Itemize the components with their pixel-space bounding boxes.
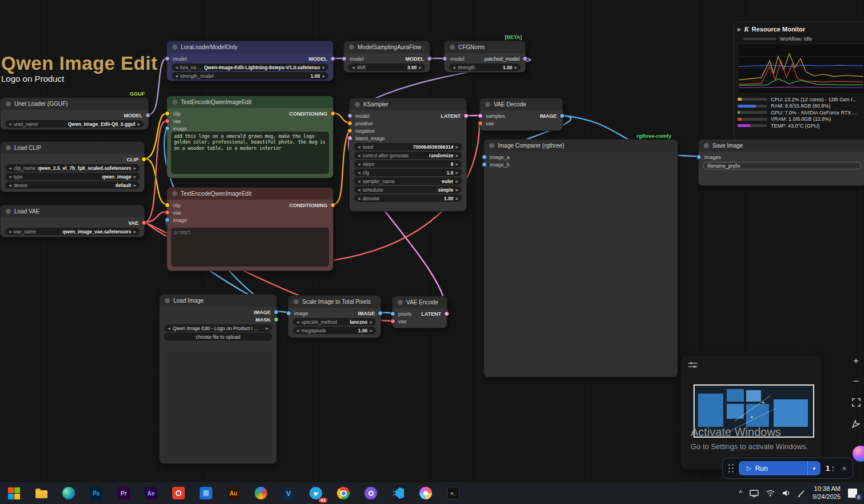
run-control-bar[interactable]: ▷Run ▾ 1 ▲▼ ×	[722, 458, 853, 479]
collapse-dot[interactable]	[398, 300, 403, 305]
output-port-conditioning[interactable]	[330, 111, 335, 116]
input-port-image-a[interactable]	[482, 154, 487, 160]
prev-arrow[interactable]: ◀	[358, 162, 360, 166]
node-text-encode-positive[interactable]: TextEncodeQwenImageEdit clipCONDITIONING…	[167, 96, 334, 178]
input-port-pixels[interactable]	[390, 311, 395, 316]
node-header[interactable]: Load VAE	[1, 205, 144, 217]
hidden-icons-chevron[interactable]: ^	[739, 489, 742, 497]
output-port-conditioning[interactable]	[330, 203, 335, 208]
input-port-clip[interactable]	[165, 203, 170, 208]
input-port-image-b[interactable]	[482, 162, 487, 167]
node-cfg-norm[interactable]: [BETA] CFGNorm modelpatched_model ◀stren…	[444, 41, 526, 73]
input-port-positive[interactable]	[347, 121, 352, 126]
decrement-icon[interactable]: ▼	[831, 469, 834, 472]
select-tool-button[interactable]	[848, 416, 864, 432]
theme-sphere-icon[interactable]	[853, 446, 864, 462]
next-arrow[interactable]: ▶	[133, 166, 136, 170]
input-port-latent-image[interactable]	[347, 136, 352, 141]
output-port-image[interactable]	[560, 113, 565, 118]
node-header[interactable]: ModelSamplingAuraFlow	[344, 41, 430, 53]
widget-seed[interactable]: ◀seed700064939396314▶	[354, 143, 462, 150]
next-arrow[interactable]: ▶	[514, 65, 517, 69]
next-arrow[interactable]: ▶	[455, 196, 458, 200]
input-port-model[interactable]	[165, 56, 170, 61]
node-image-comparer[interactable]: rgthree-comfy Image Comparer (rgthree) i…	[483, 139, 678, 378]
prev-arrow[interactable]: ◀	[358, 145, 360, 149]
telegram-icon[interactable]: 43	[302, 482, 330, 504]
input-port-vae[interactable]	[390, 319, 395, 324]
windows-taskbar[interactable]: Ps Pr Ae Au V 43 >_ ^ 10:38 AM 9/24/2025…	[0, 482, 864, 504]
input-port-samples[interactable]	[478, 113, 483, 118]
purple-app-icon[interactable]	[357, 482, 385, 504]
vscode-icon[interactable]	[385, 482, 412, 504]
widget-strength[interactable]: ◀strength1.00▶	[449, 64, 521, 71]
prev-arrow[interactable]: ◀	[358, 179, 360, 183]
widget-upscale-method[interactable]: ◀upscale_methodlanczos▶	[293, 318, 376, 326]
output-port-image[interactable]	[274, 309, 279, 315]
prev-arrow[interactable]: ◀	[9, 166, 11, 170]
start-button[interactable]	[0, 482, 27, 504]
widget-lora-name[interactable]: ◀lora_na ...Qwen-Image-Edit-Lightning-8s…	[172, 64, 328, 71]
node-vae-decode[interactable]: VAE Decode samplesIMAGE vae	[479, 98, 563, 131]
widget-clip-name[interactable]: ◀clip_nameqwen_2.5_vl_7b_fp8_scaled.safe…	[5, 164, 140, 172]
input-port-negative[interactable]	[347, 128, 352, 133]
node-vae-encode[interactable]: VAE Encode pixelsLATENT vae	[392, 296, 447, 328]
batch-count-stepper[interactable]: 1 ▲▼	[826, 464, 834, 473]
zoom-out-button[interactable]: −	[848, 374, 864, 390]
node-header[interactable]: Load Image	[160, 295, 276, 307]
node-unet-loader[interactable]: GGUF Unet Loader (GGUF) MODEL ◀unet_name…	[0, 97, 149, 130]
next-arrow[interactable]: ▶	[133, 183, 136, 187]
node-header[interactable]: LoraLoaderModelOnly	[167, 41, 333, 53]
output-port-model[interactable]	[427, 56, 432, 61]
input-port-vae[interactable]	[165, 210, 170, 215]
collapse-dot[interactable]	[165, 298, 170, 303]
collapse-dot[interactable]	[355, 102, 360, 107]
paint-app-icon[interactable]	[412, 482, 439, 504]
node-header[interactable]: CFGNorm	[445, 41, 525, 53]
output-port-latent[interactable]	[463, 113, 469, 118]
after-effects-icon[interactable]: Ae	[137, 482, 165, 504]
collapse-dot[interactable]	[6, 209, 11, 214]
input-port-vae[interactable]	[165, 118, 170, 124]
node-model-sampling[interactable]: ModelSamplingAuraFlow modelMODEL ◀shift3…	[343, 41, 430, 73]
prev-arrow[interactable]: ◀	[358, 188, 360, 192]
input-port-vae[interactable]	[478, 121, 483, 126]
prev-arrow[interactable]: ◀	[175, 65, 178, 69]
next-arrow[interactable]: ▶	[455, 188, 458, 192]
node-text-encode-negative[interactable]: TextEncodeQwenImageEdit clipCONDITIONING…	[167, 187, 334, 271]
input-port-model[interactable]	[347, 113, 352, 118]
widget-sampler-name[interactable]: ◀sampler_nameeuler▶	[354, 177, 462, 185]
next-arrow[interactable]: ▶	[322, 74, 325, 78]
next-arrow[interactable]: ▶	[322, 65, 325, 69]
preview-panel[interactable]	[681, 355, 822, 470]
widget-filename-prefix[interactable]: filename_prefix	[703, 162, 861, 169]
choose-file-button[interactable]: choose file to upload	[164, 333, 272, 340]
output-port-model[interactable]	[145, 113, 150, 118]
collapse-dot[interactable]	[489, 143, 494, 148]
output-port-patched-model[interactable]	[522, 56, 528, 61]
photoshop-icon[interactable]: Ps	[82, 482, 110, 504]
widget-image-combo[interactable]: ◀Qwen Image Edit - Logo on Product I ...…	[164, 324, 272, 332]
input-port-clip[interactable]	[165, 111, 170, 116]
output-port-clip[interactable]	[141, 157, 146, 162]
prev-arrow[interactable]: ◀	[9, 122, 11, 126]
prev-arrow[interactable]: ◀	[352, 65, 355, 69]
widget-type[interactable]: ◀typeqwen_image▶	[5, 173, 140, 180]
collapse-dot[interactable]	[172, 191, 177, 196]
node-ksampler[interactable]: KSampler modelLATENT positive negative l…	[349, 98, 467, 212]
resource-monitor-panel[interactable]: ▶ K Resource Monitor Workflow: Idle CPU:…	[734, 22, 864, 140]
widget-control-after-generate[interactable]: ◀control after generaterandomize▶	[354, 152, 462, 159]
node-header[interactable]: Scale Image to Total Pixels	[288, 296, 381, 308]
widget-megapixels[interactable]: ◀megapixels1.00▶	[293, 327, 376, 334]
prev-arrow[interactable]: ◀	[358, 196, 360, 200]
prev-arrow[interactable]: ◀	[296, 328, 299, 332]
collapse-dot[interactable]	[172, 45, 177, 50]
terminal-icon[interactable]: >_	[439, 482, 467, 504]
collapse-dot[interactable]	[349, 45, 354, 50]
widget-shift[interactable]: ◀shift3.00▶	[348, 64, 425, 71]
collapse-dot[interactable]	[704, 143, 709, 148]
node-load-image[interactable]: Load Image IMAGE MASK ◀Qwen Image Edit -…	[159, 294, 277, 464]
chrome-icon[interactable]	[330, 482, 357, 504]
input-port-images[interactable]	[696, 154, 701, 160]
zoom-in-button[interactable]: +	[848, 353, 864, 369]
